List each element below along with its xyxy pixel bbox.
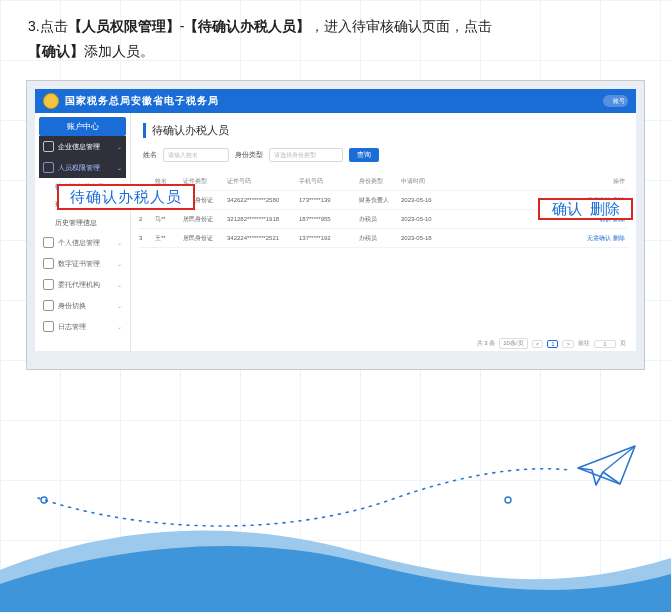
sidebar-sub-history[interactable]: 历史管理信息 bbox=[39, 214, 126, 232]
log-icon bbox=[43, 321, 54, 332]
pager-size[interactable]: 10条/页 bbox=[499, 338, 527, 349]
step-index: 3. bbox=[28, 18, 40, 34]
pager-next[interactable]: > bbox=[562, 340, 574, 348]
chevron-icon: ⌄ bbox=[117, 323, 122, 330]
callout-pending-label: 待确认办税人员 bbox=[57, 184, 195, 210]
app-window: 国家税务总局安徽省电子税务局 账号 账户中心 企业信息管理 ⌄ 人员权限管理 bbox=[35, 89, 636, 351]
cert-icon bbox=[43, 258, 54, 269]
chevron-icon: ⌄ bbox=[117, 281, 122, 288]
svg-line-3 bbox=[603, 446, 635, 472]
sidebar-item-company[interactable]: 企业信息管理 ⌄ bbox=[39, 136, 126, 157]
pager-total: 共 3 条 bbox=[477, 339, 496, 348]
svg-point-0 bbox=[41, 497, 47, 503]
link-pending: 【待确认办税人员】 bbox=[184, 18, 310, 34]
label-name: 姓名 bbox=[143, 150, 157, 160]
pager-goto-input[interactable]: 1 bbox=[594, 340, 616, 348]
sidebar: 账户中心 企业信息管理 ⌄ 人员权限管理 ⌄ 待确认办税人员 现有办税人员 历史… bbox=[35, 113, 131, 351]
pager-goto-label: 前往 bbox=[578, 339, 590, 348]
chevron-icon: ⌄ bbox=[117, 302, 122, 309]
company-icon bbox=[43, 141, 54, 152]
sidebar-item-personal[interactable]: 个人信息管理⌄ bbox=[39, 232, 126, 253]
paper-plane-icon bbox=[578, 446, 635, 485]
user-icon bbox=[43, 162, 54, 173]
sidebar-item-permission[interactable]: 人员权限管理 ⌄ bbox=[39, 157, 126, 178]
chevron-icon: ⌄ bbox=[117, 260, 122, 267]
pager-page[interactable]: 1 bbox=[547, 340, 558, 348]
decorative-curve bbox=[30, 440, 641, 540]
svg-line-2 bbox=[578, 468, 620, 484]
search-bar: 姓名 请输入姓名 身份类型 请选择身份类型 查询 bbox=[143, 148, 624, 162]
sidebar-item-agency[interactable]: 委托代理机构⌄ bbox=[39, 274, 126, 295]
pager-unit: 页 bbox=[620, 339, 626, 348]
agency-icon bbox=[43, 279, 54, 290]
callout-delete: 删除 bbox=[590, 200, 620, 219]
chevron-icon: ⌄ bbox=[117, 239, 122, 246]
instruction-text: 3.点击【人员权限管理】-【待确认办税人员】，进入待审核确认页面，点击 【确认】… bbox=[0, 0, 671, 66]
callout-confirm: 确认 bbox=[552, 200, 582, 219]
sidebar-item-switch[interactable]: 身份切换⌄ bbox=[39, 295, 126, 316]
callout-ops: 确认 删除 bbox=[538, 198, 633, 220]
gear-icon bbox=[43, 237, 54, 248]
chevron-icon: ⌄ bbox=[117, 143, 122, 150]
screenshot-frame: 国家税务总局安徽省电子税务局 账号 账户中心 企业信息管理 ⌄ 人员权限管理 bbox=[26, 80, 645, 370]
main-panel: 待确认办税人员 姓名 请输入姓名 身份类型 请选择身份类型 查询 姓名 证件类型 bbox=[131, 113, 636, 351]
sidebar-item-log[interactable]: 日志管理⌄ bbox=[39, 316, 126, 337]
pager-prev[interactable]: < bbox=[532, 340, 544, 348]
chevron-icon: ⌄ bbox=[117, 164, 122, 171]
bottom-wave bbox=[0, 522, 671, 612]
app-header: 国家税务总局安徽省电子税务局 账号 bbox=[35, 89, 636, 113]
account-badge[interactable]: 账号 bbox=[603, 95, 628, 107]
sidebar-item-cert[interactable]: 数字证书管理⌄ bbox=[39, 253, 126, 274]
input-name[interactable]: 请输入姓名 bbox=[163, 148, 229, 162]
sidebar-primary[interactable]: 账户中心 bbox=[39, 117, 126, 136]
app-title: 国家税务总局安徽省电子税务局 bbox=[65, 94, 219, 108]
table-row: 3 王** 居民身份证 342224********2521 137*****1… bbox=[139, 229, 628, 248]
label-role: 身份类型 bbox=[235, 150, 263, 160]
table-header: 姓名 证件类型 证件号码 手机号码 身份类型 申请时间 操作 bbox=[139, 172, 628, 191]
link-confirm: 【确认】 bbox=[28, 43, 84, 59]
link-permission: 【人员权限管理】 bbox=[68, 18, 180, 34]
search-button[interactable]: 查询 bbox=[349, 148, 379, 162]
select-role[interactable]: 请选择身份类型 bbox=[269, 148, 343, 162]
row-ops[interactable]: 无需确认 删除 bbox=[445, 234, 628, 243]
page-title: 待确认办税人员 bbox=[143, 123, 624, 138]
pager: 共 3 条 10条/页 < 1 > 前往 1 页 bbox=[477, 338, 626, 349]
svg-point-1 bbox=[505, 497, 511, 503]
switch-icon bbox=[43, 300, 54, 311]
emblem-icon bbox=[43, 93, 59, 109]
